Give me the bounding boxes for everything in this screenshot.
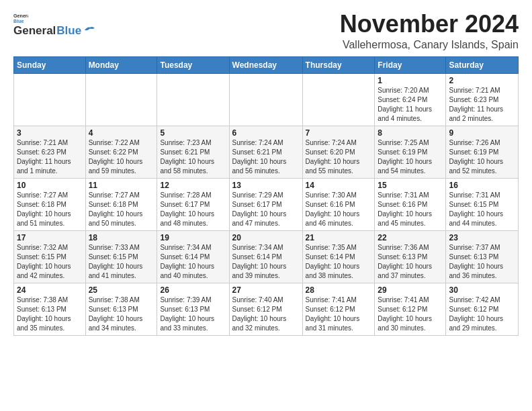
calendar-header-tuesday: Tuesday [157,56,229,73]
calendar-header-thursday: Thursday [302,56,375,73]
calendar-cell: 14Sunrise: 7:30 AMSunset: 6:16 PMDayligh… [302,178,375,230]
day-info: Sunrise: 7:23 AMSunset: 6:21 PMDaylight:… [160,138,226,176]
calendar-cell: 24Sunrise: 7:38 AMSunset: 6:13 PMDayligh… [14,283,86,335]
calendar-header-sunday: Sunday [14,56,86,73]
day-info: Sunrise: 7:27 AMSunset: 6:18 PMDaylight:… [89,191,154,228]
day-number: 8 [378,128,443,138]
calendar-week-4: 17Sunrise: 7:32 AMSunset: 6:15 PMDayligh… [14,230,519,283]
calendar-cell [229,73,302,126]
calendar-cell: 23Sunrise: 7:37 AMSunset: 6:13 PMDayligh… [446,230,519,283]
day-info: Sunrise: 7:31 AMSunset: 6:15 PMDaylight:… [449,191,515,228]
calendar-cell: 25Sunrise: 7:38 AMSunset: 6:13 PMDayligh… [85,283,157,335]
calendar-cell: 7Sunrise: 7:24 AMSunset: 6:20 PMDaylight… [302,126,375,178]
day-info: Sunrise: 7:20 AMSunset: 6:24 PMDaylight:… [378,86,443,124]
header: General Blue General Blue November 2024 … [13,11,519,51]
calendar-cell: 1Sunrise: 7:20 AMSunset: 6:24 PMDaylight… [375,73,446,126]
calendar-table: SundayMondayTuesdayWednesdayThursdayFrid… [13,56,519,336]
calendar-cell: 10Sunrise: 7:27 AMSunset: 6:18 PMDayligh… [14,178,86,230]
calendar-cell: 29Sunrise: 7:41 AMSunset: 6:12 PMDayligh… [375,283,446,335]
location: Vallehermosa, Canary Islands, Spain [340,39,519,51]
calendar-cell: 18Sunrise: 7:33 AMSunset: 6:15 PMDayligh… [85,230,157,283]
day-number: 12 [160,181,226,190]
day-number: 3 [17,128,83,138]
day-info: Sunrise: 7:24 AMSunset: 6:21 PMDaylight:… [232,138,300,176]
calendar-cell [302,73,375,126]
logo-icon: General Blue [13,11,28,26]
calendar-header-wednesday: Wednesday [229,56,302,73]
calendar-week-5: 24Sunrise: 7:38 AMSunset: 6:13 PMDayligh… [14,283,519,335]
day-number: 23 [449,233,515,242]
day-info: Sunrise: 7:41 AMSunset: 6:12 PMDaylight:… [378,295,443,333]
day-number: 1 [378,76,443,85]
day-info: Sunrise: 7:34 AMSunset: 6:14 PMDaylight:… [232,243,300,281]
calendar-header-saturday: Saturday [446,56,519,73]
day-number: 6 [232,128,300,138]
day-number: 9 [449,128,515,138]
day-info: Sunrise: 7:31 AMSunset: 6:16 PMDaylight:… [378,191,443,228]
day-info: Sunrise: 7:38 AMSunset: 6:13 PMDaylight:… [17,295,83,333]
day-info: Sunrise: 7:41 AMSunset: 6:12 PMDaylight:… [306,295,372,333]
day-number: 13 [232,181,300,190]
day-info: Sunrise: 7:29 AMSunset: 6:17 PMDaylight:… [232,191,300,228]
day-info: Sunrise: 7:28 AMSunset: 6:17 PMDaylight:… [160,191,226,228]
svg-text:Blue: Blue [13,19,24,24]
calendar-cell: 28Sunrise: 7:41 AMSunset: 6:12 PMDayligh… [302,283,375,335]
calendar-cell: 30Sunrise: 7:42 AMSunset: 6:12 PMDayligh… [446,283,519,335]
calendar-cell: 2Sunrise: 7:21 AMSunset: 6:23 PMDaylight… [446,73,519,126]
calendar-cell: 3Sunrise: 7:21 AMSunset: 6:23 PMDaylight… [14,126,86,178]
day-number: 24 [17,285,83,295]
month-title: November 2024 [340,11,519,38]
title-block: November 2024 Vallehermosa, Canary Islan… [340,11,519,51]
logo-blue-text: Blue [56,24,81,38]
calendar-week-2: 3Sunrise: 7:21 AMSunset: 6:23 PMDaylight… [14,126,519,178]
day-number: 27 [232,285,300,295]
day-info: Sunrise: 7:35 AMSunset: 6:14 PMDaylight:… [306,243,372,281]
day-number: 28 [306,285,372,295]
calendar-cell: 20Sunrise: 7:34 AMSunset: 6:14 PMDayligh… [229,230,302,283]
day-number: 4 [89,128,154,138]
calendar-cell: 6Sunrise: 7:24 AMSunset: 6:21 PMDaylight… [229,126,302,178]
day-number: 7 [306,128,372,138]
day-info: Sunrise: 7:24 AMSunset: 6:20 PMDaylight:… [306,138,372,176]
calendar-cell: 15Sunrise: 7:31 AMSunset: 6:16 PMDayligh… [375,178,446,230]
day-number: 10 [17,181,83,190]
day-info: Sunrise: 7:21 AMSunset: 6:23 PMDaylight:… [17,138,83,176]
calendar-cell: 16Sunrise: 7:31 AMSunset: 6:15 PMDayligh… [446,178,519,230]
logo-bird-icon [83,26,95,35]
calendar-cell: 5Sunrise: 7:23 AMSunset: 6:21 PMDaylight… [157,126,229,178]
calendar-header-friday: Friday [375,56,446,73]
logo-general-text: General [13,24,56,38]
day-info: Sunrise: 7:36 AMSunset: 6:13 PMDaylight:… [378,243,443,281]
calendar-cell: 13Sunrise: 7:29 AMSunset: 6:17 PMDayligh… [229,178,302,230]
day-info: Sunrise: 7:42 AMSunset: 6:12 PMDaylight:… [449,295,515,333]
day-number: 5 [160,128,226,138]
calendar-cell: 27Sunrise: 7:40 AMSunset: 6:12 PMDayligh… [229,283,302,335]
day-number: 20 [232,233,300,242]
day-number: 29 [378,285,443,295]
day-number: 15 [378,181,443,190]
calendar-week-1: 1Sunrise: 7:20 AMSunset: 6:24 PMDaylight… [14,73,519,126]
day-info: Sunrise: 7:34 AMSunset: 6:14 PMDaylight:… [160,243,226,281]
day-info: Sunrise: 7:25 AMSunset: 6:19 PMDaylight:… [378,138,443,176]
day-number: 17 [17,233,83,242]
calendar-header-row: SundayMondayTuesdayWednesdayThursdayFrid… [14,56,519,73]
day-number: 18 [89,233,154,242]
day-info: Sunrise: 7:22 AMSunset: 6:22 PMDaylight:… [89,138,154,176]
calendar-cell: 17Sunrise: 7:32 AMSunset: 6:15 PMDayligh… [14,230,86,283]
day-info: Sunrise: 7:39 AMSunset: 6:13 PMDaylight:… [160,295,226,333]
calendar-cell: 21Sunrise: 7:35 AMSunset: 6:14 PMDayligh… [302,230,375,283]
calendar-cell: 8Sunrise: 7:25 AMSunset: 6:19 PMDaylight… [375,126,446,178]
page: General Blue General Blue November 2024 … [0,0,532,342]
day-number: 22 [378,233,443,242]
day-info: Sunrise: 7:40 AMSunset: 6:12 PMDaylight:… [232,295,300,333]
day-number: 11 [89,181,154,190]
day-number: 26 [160,285,226,295]
calendar-cell: 9Sunrise: 7:26 AMSunset: 6:19 PMDaylight… [446,126,519,178]
day-number: 16 [449,181,515,190]
calendar-week-3: 10Sunrise: 7:27 AMSunset: 6:18 PMDayligh… [14,178,519,230]
calendar-header-monday: Monday [85,56,157,73]
calendar-cell: 26Sunrise: 7:39 AMSunset: 6:13 PMDayligh… [157,283,229,335]
calendar-cell [14,73,86,126]
day-info: Sunrise: 7:32 AMSunset: 6:15 PMDaylight:… [17,243,83,281]
day-info: Sunrise: 7:37 AMSunset: 6:13 PMDaylight:… [449,243,515,281]
